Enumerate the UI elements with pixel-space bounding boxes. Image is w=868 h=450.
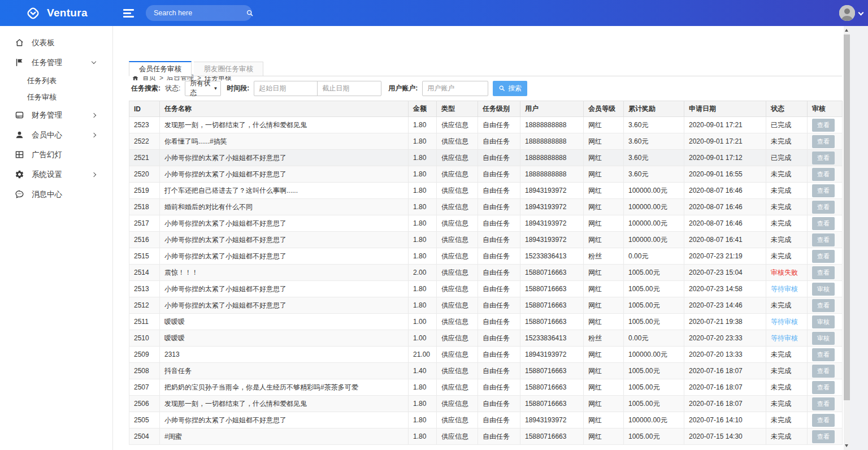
user-icon (15, 130, 24, 140)
header-search-input[interactable] (153, 8, 246, 18)
type-cell: 供应信息 (437, 347, 478, 363)
user-account-cell: 15880716663 (520, 429, 584, 445)
review-cell: 查看 (808, 183, 843, 199)
task-id-cell: 2511 (129, 314, 160, 330)
col-user: 用户 (520, 101, 584, 117)
col-type: 类型 (437, 101, 478, 117)
sidebar-subitem-task-list[interactable]: 任务列表 (0, 72, 112, 89)
type-cell: 供应信息 (437, 412, 478, 429)
view-button[interactable]: 查看 (812, 266, 835, 279)
view-button[interactable]: 查看 (812, 397, 835, 410)
task-level-cell: 自由任务 (478, 297, 520, 314)
view-button[interactable]: 查看 (812, 381, 835, 394)
user-account-cell: 15880716663 (520, 396, 584, 412)
view-button[interactable]: 查看 (812, 250, 835, 263)
view-button[interactable]: 查看 (812, 152, 835, 165)
user-account-cell: 15880716663 (520, 314, 584, 330)
member-grade-cell: 网红 (584, 183, 624, 199)
amount-cell: 1.80 (409, 248, 437, 265)
status-cell: 等待审核 (766, 314, 808, 330)
type-cell: 供应信息 (437, 215, 478, 232)
task-table: ID 任务名称 金额 类型 任务级别 用户 会员等级 累计奖励 申请日期 状态 … (129, 101, 842, 445)
type-cell: 供应信息 (437, 429, 478, 445)
apply-date-cell: 2020-08-07 16:46 (684, 199, 766, 215)
task-name-cell: 小帅哥你捏的太紧了小姐姐都不好意思了 (160, 281, 409, 297)
vertical-scrollbar[interactable] (844, 26, 850, 450)
type-cell: 供应信息 (437, 265, 478, 281)
sidebar-subitem-label: 任务列表 (27, 76, 57, 86)
sidebar-item-message-center[interactable]: 消息中心 (0, 184, 112, 204)
user-account-cell: 18943193972 (520, 183, 584, 199)
type-cell: 供应信息 (437, 150, 478, 166)
view-button[interactable]: 查看 (812, 135, 835, 148)
sidebar-item-member-center[interactable]: 会员中心 (0, 125, 112, 145)
sidebar-item-system-settings[interactable]: 系统设置 (0, 165, 112, 184)
start-date-input[interactable] (254, 81, 318, 96)
task-level-cell: 自由任务 (478, 429, 520, 445)
view-button[interactable]: 查看 (812, 233, 835, 246)
view-button[interactable]: 查看 (812, 430, 835, 443)
sidebar-item-ad-slides[interactable]: 广告幻灯 (0, 145, 112, 165)
apply-date-cell: 2020-07-23 14:46 (684, 297, 766, 314)
status-cell: 未完成 (766, 215, 808, 232)
review-cell: 查看 (808, 265, 843, 281)
member-grade-cell: 粉丝 (584, 330, 624, 347)
review-button[interactable]: 审核 (812, 315, 835, 328)
view-button[interactable]: 查看 (812, 365, 835, 378)
task-level-cell: 自由任务 (478, 117, 520, 133)
view-button[interactable]: 查看 (812, 414, 835, 427)
view-button[interactable]: 查看 (812, 348, 835, 361)
review-cell: 查看 (808, 429, 843, 445)
view-button[interactable]: 查看 (812, 299, 835, 312)
tab-moments-task-review[interactable]: 朋友圈任务审核 (194, 62, 263, 76)
amount-cell: 1.80 (409, 150, 437, 166)
scroll-down-arrow-icon[interactable] (845, 444, 848, 447)
apply-date-cell: 2020-09-01 17:12 (684, 150, 766, 166)
view-button[interactable]: 查看 (812, 217, 835, 230)
user-account-input[interactable] (422, 81, 488, 96)
user-account-cell: 18888888888 (520, 150, 584, 166)
scroll-up-arrow-icon[interactable] (845, 29, 848, 32)
task-id-cell: 2517 (129, 215, 160, 232)
hamburger-menu-icon[interactable] (123, 9, 134, 18)
task-name-cell: 震惊！！！ (160, 265, 409, 281)
review-button[interactable]: 审核 (812, 283, 835, 296)
task-name-cell: 把奶奶的宝贝孙子当雨伞，你是人生经历不够精彩吗#茶茶多可爱 (160, 379, 409, 396)
search-icon[interactable] (246, 9, 254, 17)
end-date-input[interactable] (317, 81, 381, 96)
review-button[interactable]: 审核 (812, 332, 835, 345)
status-select-value: 所有状态 (190, 79, 213, 98)
sidebar-item-label: 广告幻灯 (32, 150, 62, 160)
user-account-cell: 15233836413 (520, 248, 584, 265)
status-label: 状态: (165, 84, 180, 93)
view-button[interactable]: 查看 (812, 119, 835, 132)
sidebar-item-task-management[interactable]: 任务管理 (0, 53, 112, 72)
user-avatar[interactable] (839, 5, 855, 21)
view-button[interactable]: 查看 (812, 184, 835, 197)
sidebar-item-finance[interactable]: 财务管理 (0, 105, 112, 125)
sidebar-item-dashboard[interactable]: 仪表板 (0, 33, 112, 53)
view-button[interactable]: 查看 (812, 201, 835, 214)
table-row: 2504#闺蜜1.80供应信息自由任务15880716663网红1005.00元… (129, 429, 843, 445)
task-name-cell: 小帅哥你捏的太紧了小姐姐都不好意思了 (160, 297, 409, 314)
task-level-cell: 自由任务 (478, 330, 520, 347)
apply-date-cell: 2020-07-23 14:58 (684, 281, 766, 297)
table-row: 2510嗳嗳嗳1.00供应信息自由任务15233836413粉丝0.00元202… (129, 330, 843, 347)
view-button[interactable]: 查看 (812, 168, 835, 181)
member-grade-cell: 网红 (584, 363, 624, 379)
type-cell: 供应信息 (437, 117, 478, 133)
scrollbar-thumb[interactable] (844, 34, 850, 400)
task-id-cell: 2521 (129, 150, 160, 166)
total-reward-cell: 100000.00元 (624, 199, 684, 215)
search-button[interactable]: 搜索 (493, 81, 527, 96)
total-reward-cell: 100000.00元 (624, 183, 684, 199)
chevron-down-icon (92, 59, 96, 64)
sidebar-subitem-task-review[interactable]: 任务审核 (0, 89, 112, 105)
tab-member-task-review[interactable]: 会员任务审核 (129, 61, 192, 76)
status-cell: 审核失败 (766, 265, 808, 281)
user-menu-chevron-icon[interactable] (858, 10, 864, 16)
apply-date-cell: 2020-07-20 23:33 (684, 330, 766, 347)
task-level-cell: 自由任务 (478, 314, 520, 330)
type-cell: 供应信息 (437, 314, 478, 330)
status-select[interactable]: 所有状态 ▼ (185, 81, 221, 96)
